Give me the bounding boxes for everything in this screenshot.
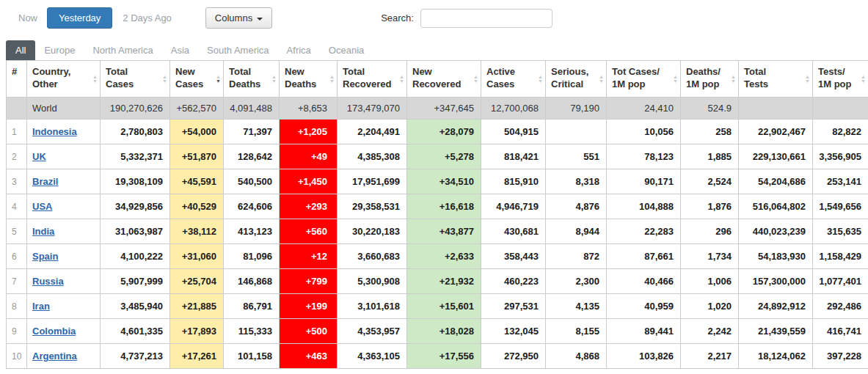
tab-all[interactable]: All [6,40,35,60]
search-input[interactable] [420,9,552,28]
data-cell: 253,141 [813,169,868,194]
column-header: # [7,61,27,98]
data-cell: 3,356,905 [813,144,868,169]
rank-cell: 1 [7,120,27,144]
column-header[interactable]: Country,Other▲▼ [27,61,101,98]
data-cell: 87,661 [607,244,681,269]
data-cell: 2,780,803 [101,120,170,144]
data-cell: 146,868 [224,269,280,294]
two-days-ago-link[interactable]: 2 Days Ago [123,12,172,23]
data-cell: 229,130,661 [739,144,813,169]
column-header[interactable]: NewDeaths▲▼ [280,61,338,98]
table-row: 5India31,063,987+38,112413,123+56030,220… [7,219,868,244]
tab-south-america[interactable]: South America [198,40,278,60]
column-header[interactable]: NewRecovered▲▼ [407,61,481,98]
tab-north-america[interactable]: North America [84,40,161,60]
data-cell: 5,332,371 [101,144,170,169]
data-cell: 2,524 [681,169,739,194]
table-row: 3Brazil19,308,109+45,591540,500+1,45017,… [7,169,868,194]
data-cell: 17,951,699 [338,169,407,194]
tab-europe[interactable]: Europe [35,40,84,60]
country-link[interactable]: UK [32,151,46,162]
sort-icon: ▲▼ [216,75,221,84]
yesterday-button[interactable]: Yesterday [47,7,112,29]
world-row: World190,270,626+562,5704,091,488+8,6531… [7,98,868,120]
data-cell: 4,091,488 [224,98,280,120]
table-header-row: #Country,Other▲▼TotalCases▲▼NewCases▲▼To… [7,61,868,98]
column-header[interactable]: ActiveCases▲▼ [481,61,546,98]
data-cell: +49 [280,144,338,169]
data-cell: +40,529 [170,194,224,219]
table-row: 6Spain4,100,222+31,06081,096+123,660,683… [7,244,868,269]
search-group: Search: [381,9,552,28]
country-link[interactable]: Argentina [32,351,77,362]
continent-tabs: AllEuropeNorth AmericaAsiaSouth AmericaA… [0,40,868,60]
rank-cell: 7 [7,269,27,294]
country-link[interactable]: Colombia [32,326,76,337]
data-cell: +2,633 [407,244,481,269]
column-header[interactable]: TotalDeaths▲▼ [224,61,280,98]
tab-asia[interactable]: Asia [162,40,198,60]
data-cell: 21,439,559 [739,319,813,344]
country-cell: Indonesia [27,120,101,144]
data-cell: +31,060 [170,244,224,269]
country-link[interactable]: USA [32,201,52,212]
country-cell: USA [27,194,101,219]
data-cell: +25,704 [170,269,224,294]
column-header[interactable]: TotalCases▲▼ [101,61,170,98]
data-cell: 90,171 [607,169,681,194]
data-cell: 872 [546,244,607,269]
data-cell: +8,653 [280,98,338,120]
tab-oceania[interactable]: Oceania [320,40,373,60]
data-cell: 3,660,683 [338,244,407,269]
country-link[interactable]: India [32,226,54,237]
covid-stats-table: #Country,Other▲▼TotalCases▲▼NewCases▲▼To… [6,60,868,369]
rank-cell: 4 [7,194,27,219]
column-header[interactable]: Tests/1M pop▲▼ [813,61,868,98]
column-header[interactable]: Tot Cases/1M pop▲▼ [607,61,681,98]
data-cell: +45,591 [170,169,224,194]
table-row: 2UK5,332,371+51,870128,642+494,385,308+5… [7,144,868,169]
columns-dropdown-button[interactable]: Columns [205,7,272,29]
data-cell: 430,681 [481,219,546,244]
data-cell: +5,278 [407,144,481,169]
data-cell: 8,155 [546,319,607,344]
sort-icon: ▲▼ [673,75,678,84]
data-cell [546,120,607,144]
sort-icon: ▲▼ [538,75,543,84]
country-cell: Colombia [27,319,101,344]
country-link[interactable]: Brazil [32,176,58,187]
data-cell: 1,077,401 [813,269,868,294]
data-cell: 4,135 [546,294,607,319]
data-cell: 81,096 [224,244,280,269]
country-link[interactable]: Indonesia [32,126,77,137]
country-cell: Argentina [27,344,101,369]
data-cell: 440,023,239 [739,219,813,244]
data-cell: 31,063,987 [101,219,170,244]
data-cell: 460,223 [481,269,546,294]
sort-icon: ▲▼ [805,75,810,84]
column-header[interactable]: NewCases▲▼ [170,61,224,98]
rank-cell: 3 [7,169,27,194]
country-link[interactable]: Spain [32,251,58,262]
country-link[interactable]: Russia [32,276,64,287]
data-cell: 315,635 [813,219,868,244]
caret-down-icon [257,18,263,21]
data-cell: 516,064,802 [739,194,813,219]
now-link[interactable]: Now [18,12,37,23]
data-cell: 3,101,618 [338,294,407,319]
data-cell: 132,045 [481,319,546,344]
column-header[interactable]: TotalTests▲▼ [739,61,813,98]
data-cell: +1,205 [280,120,338,144]
table-row: 1Indonesia2,780,803+54,00071,397+1,2052,… [7,120,868,144]
data-cell: +463 [280,344,338,369]
tab-africa[interactable]: Africa [278,40,320,60]
data-cell [739,98,813,120]
country-link[interactable]: Iran [32,301,50,312]
column-header[interactable]: TotalRecovered▲▼ [338,61,407,98]
data-cell: 40,466 [607,269,681,294]
column-header[interactable]: Deaths/1M pop▲▼ [681,61,739,98]
column-header[interactable]: Serious,Critical▲▼ [546,61,607,98]
sort-icon: ▲▼ [599,75,604,84]
data-cell: 2,217 [681,344,739,369]
